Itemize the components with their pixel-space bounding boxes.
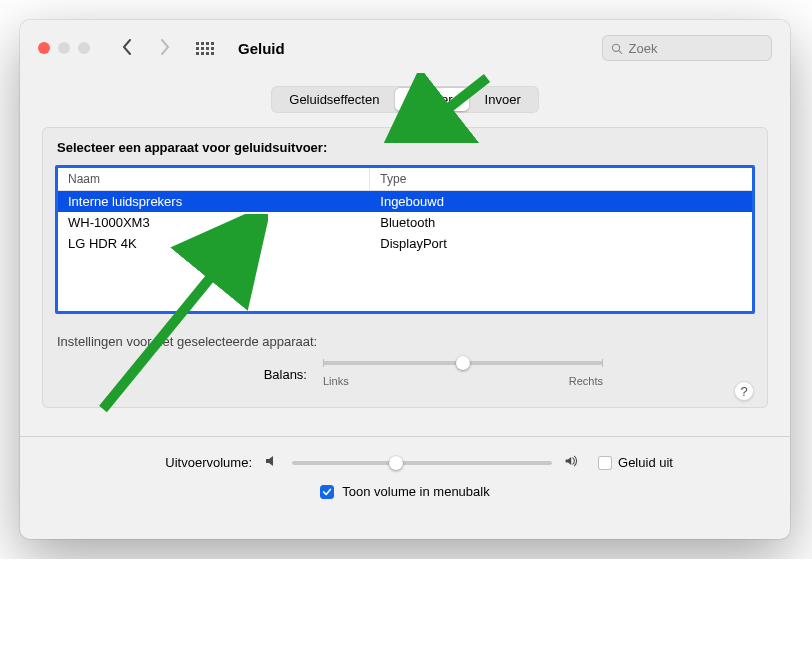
balance-label: Balans: <box>207 367 307 382</box>
table-row[interactable]: WH-1000XM3 Bluetooth <box>58 212 752 233</box>
zoom-window-button[interactable] <box>78 42 90 54</box>
column-header-name[interactable]: Naam <box>58 168 370 190</box>
all-prefs-grid-button[interactable] <box>196 42 214 55</box>
device-name: LG HDR 4K <box>58 233 370 254</box>
table-row[interactable]: LG HDR 4K DisplayPort <box>58 233 752 254</box>
device-name: WH-1000XM3 <box>58 212 370 233</box>
tab-output[interactable]: Uitvoer <box>395 88 468 111</box>
close-window-button[interactable] <box>38 42 50 54</box>
balance-left-label: Links <box>323 375 349 387</box>
output-panel: Selecteer een apparaat voor geluidsuitvo… <box>42 127 768 408</box>
mute-checkbox[interactable] <box>598 456 612 470</box>
tab-input[interactable]: Invoer <box>469 88 537 111</box>
help-button[interactable]: ? <box>734 381 754 401</box>
back-button[interactable] <box>120 39 134 58</box>
search-icon <box>611 42 623 55</box>
titlebar: Geluid <box>20 20 790 76</box>
device-type: DisplayPort <box>370 233 752 254</box>
balance-right-label: Rechts <box>569 375 603 387</box>
device-name: Interne luidsprekers <box>58 191 370 212</box>
device-type: Bluetooth <box>370 212 752 233</box>
table-row[interactable]: Interne luidsprekers Ingebouwd <box>58 191 752 212</box>
divider <box>20 436 790 437</box>
show-in-menubar-checkbox[interactable] <box>320 485 334 499</box>
forward-button[interactable] <box>158 39 172 58</box>
mute-label: Geluid uit <box>618 455 673 470</box>
window-controls <box>38 42 90 54</box>
volume-low-icon <box>264 453 280 472</box>
output-volume-label: Uitvoervolume: <box>137 455 252 470</box>
volume-high-icon <box>564 453 580 472</box>
tab-sound-effects[interactable]: Geluidseffecten <box>273 88 395 111</box>
output-volume-slider[interactable] <box>292 461 552 465</box>
minimize-window-button[interactable] <box>58 42 70 54</box>
settings-for-device-label: Instellingen voor het geselecteerde appa… <box>57 334 755 349</box>
device-type: Ingebouwd <box>370 191 752 212</box>
show-in-menubar-label: Toon volume in menubalk <box>342 484 489 499</box>
window-title: Geluid <box>238 40 285 57</box>
search-input[interactable] <box>629 41 764 56</box>
select-device-label: Selecteer een apparaat voor geluidsuitvo… <box>57 140 755 155</box>
svg-line-1 <box>619 50 622 53</box>
search-field[interactable] <box>602 35 772 61</box>
device-table: Naam Type Interne luidsprekers Ingebouwd… <box>55 165 755 314</box>
balance-slider[interactable] <box>323 361 603 365</box>
tabs-segmented-control: Geluidseffecten Uitvoer Invoer <box>271 86 538 113</box>
column-header-type[interactable]: Type <box>370 168 752 190</box>
